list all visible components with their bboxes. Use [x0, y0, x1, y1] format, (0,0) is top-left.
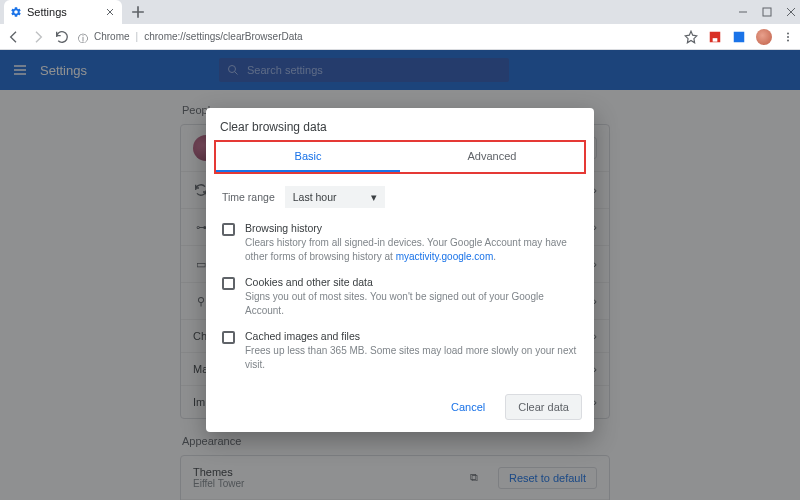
time-range-select[interactable]: Last hour ▾	[285, 186, 385, 208]
extension-icon[interactable]	[708, 30, 722, 44]
menu-icon[interactable]	[782, 31, 794, 43]
option-cookies[interactable]: Cookies and other site data Signs you ou…	[222, 276, 578, 318]
option-cache[interactable]: Cached images and files Frees up less th…	[222, 330, 578, 372]
svg-point-6	[787, 39, 789, 41]
opt3-title: Cached images and files	[245, 330, 578, 342]
time-range-label: Time range	[222, 191, 275, 203]
opt1-title: Browsing history	[245, 222, 578, 234]
new-tab-button[interactable]	[128, 2, 148, 22]
time-range-value: Last hour	[293, 191, 337, 203]
tab-advanced[interactable]: Advanced	[400, 142, 584, 172]
svg-point-5	[787, 36, 789, 38]
svg-rect-0	[763, 8, 771, 16]
modal-overlay: Clear browsing data Basic Advanced Time …	[0, 50, 800, 500]
checkbox[interactable]	[222, 223, 235, 236]
clear-data-button[interactable]: Clear data	[505, 394, 582, 420]
reload-icon[interactable]	[54, 29, 70, 45]
forward-icon	[30, 29, 46, 45]
opt3-desc: Frees up less than 365 MB. Some sites ma…	[245, 344, 578, 372]
secure-icon: ⓘ	[78, 32, 88, 42]
clear-browsing-data-dialog: Clear browsing data Basic Advanced Time …	[206, 108, 594, 432]
back-icon[interactable]	[6, 29, 22, 45]
close-icon[interactable]	[104, 6, 116, 18]
extension-icon-2[interactable]	[732, 30, 746, 44]
dialog-title: Clear browsing data	[206, 108, 594, 140]
tabs-highlight: Basic Advanced	[214, 140, 586, 174]
chevron-down-icon: ▾	[371, 191, 377, 203]
star-icon[interactable]	[684, 30, 698, 44]
myactivity-link[interactable]: myactivity.google.com	[396, 251, 494, 262]
browser-tab[interactable]: Settings	[4, 0, 122, 24]
checkbox[interactable]	[222, 331, 235, 344]
url-text: chrome://settings/clearBrowserData	[144, 31, 302, 42]
minimize-icon[interactable]	[738, 7, 748, 17]
close-window-icon[interactable]	[786, 7, 796, 17]
svg-rect-3	[734, 31, 745, 42]
svg-point-4	[787, 32, 789, 34]
profile-avatar[interactable]	[756, 29, 772, 45]
checkbox[interactable]	[222, 277, 235, 290]
address-bar[interactable]: ⓘ Chrome | chrome://settings/clearBrowse…	[78, 31, 676, 42]
opt2-title: Cookies and other site data	[245, 276, 578, 288]
tab-basic[interactable]: Basic	[216, 142, 400, 172]
option-browsing-history[interactable]: Browsing history Clears history from all…	[222, 222, 578, 264]
svg-rect-2	[713, 38, 718, 42]
maximize-icon[interactable]	[762, 7, 772, 17]
tab-title: Settings	[27, 6, 67, 18]
settings-icon	[10, 6, 22, 18]
opt2-desc: Signs you out of most sites. You won't b…	[245, 290, 578, 318]
cancel-button[interactable]: Cancel	[439, 394, 497, 420]
opt1-desc: Clears history from all signed-in device…	[245, 236, 578, 264]
url-scheme: Chrome	[94, 31, 130, 42]
